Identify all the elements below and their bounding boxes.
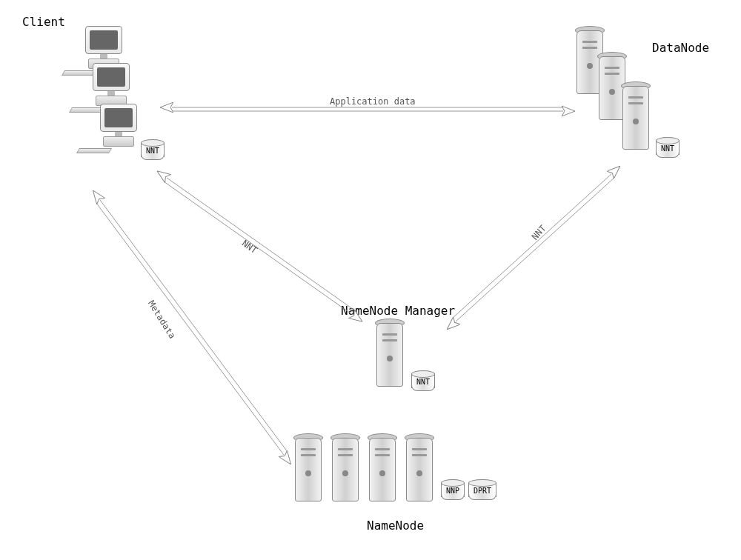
client-nnt-badge: NNT: [141, 139, 165, 160]
manager-server: [370, 319, 409, 389]
namenode-server-4: [400, 433, 439, 504]
manager-label: NameNode Manager: [341, 304, 455, 318]
arrow-client-namenode: [96, 200, 288, 455]
client-pc-3: [93, 104, 144, 156]
conn-client-manager-label: NNT: [240, 238, 259, 256]
client-label: Client: [22, 15, 65, 29]
namenode-server-2: [326, 433, 365, 504]
arrow-client-manager: [164, 178, 356, 315]
conn-client-datanode-label: Application data: [330, 96, 416, 107]
datanode-server-3: [617, 81, 655, 152]
namenode-server-3: [363, 433, 402, 504]
namenode-label: NameNode: [367, 519, 424, 533]
conn-client-namenode-label: Metadata: [146, 299, 178, 340]
datanode-label: DataNode: [652, 41, 709, 55]
manager-nnt-badge: NNT: [411, 370, 435, 391]
arrow-client-datanode: [172, 107, 563, 111]
datanode-nnt-badge: NNT: [656, 137, 679, 158]
arrow-datanode-manager: [452, 174, 615, 321]
namenode-server-1: [289, 433, 328, 504]
conn-datanode-manager-label: NNT: [530, 223, 548, 241]
namenode-nnp-badge: NNP: [441, 479, 465, 500]
namenode-dprt-badge: DPRT: [468, 479, 496, 500]
